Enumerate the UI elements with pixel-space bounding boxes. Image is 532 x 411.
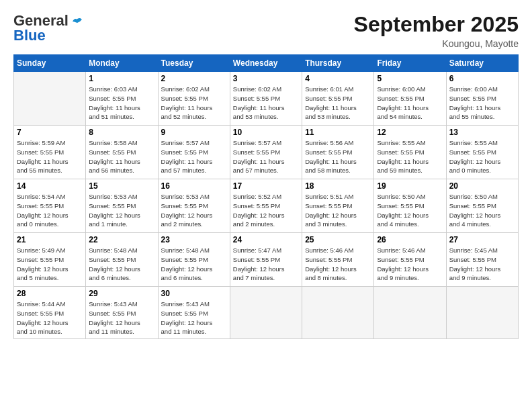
calendar-cell: 13Sunrise: 5:55 AMSunset: 5:55 PMDayligh…: [446, 126, 518, 179]
day-number: 13: [449, 128, 515, 137]
day-info: Sunrise: 5:59 AMSunset: 5:55 PMDaylight:…: [17, 138, 83, 175]
week-row-2: 7Sunrise: 5:59 AMSunset: 5:55 PMDaylight…: [14, 126, 519, 179]
th-monday: Monday: [86, 55, 158, 72]
th-friday: Friday: [374, 55, 446, 72]
day-info: Sunrise: 5:49 AMSunset: 5:55 PMDaylight:…: [17, 246, 83, 283]
calendar-cell: 25Sunrise: 5:46 AMSunset: 5:55 PMDayligh…: [302, 233, 374, 287]
day-info: Sunrise: 5:50 AMSunset: 5:55 PMDaylight:…: [377, 192, 443, 229]
day-info: Sunrise: 5:54 AMSunset: 5:55 PMDaylight:…: [17, 192, 83, 229]
day-number: 22: [89, 235, 154, 244]
calendar-cell: 14Sunrise: 5:54 AMSunset: 5:55 PMDayligh…: [14, 179, 86, 233]
calendar-cell: 22Sunrise: 5:48 AMSunset: 5:55 PMDayligh…: [86, 233, 158, 287]
day-number: 7: [17, 128, 83, 137]
day-number: 11: [305, 128, 371, 137]
logo: General Blue: [13, 12, 83, 44]
day-number: 24: [233, 235, 299, 244]
day-number: 4: [305, 74, 371, 83]
calendar-cell: 26Sunrise: 5:46 AMSunset: 5:55 PMDayligh…: [374, 233, 446, 287]
day-info: Sunrise: 5:47 AMSunset: 5:55 PMDaylight:…: [233, 246, 299, 283]
calendar-cell: 29Sunrise: 5:43 AMSunset: 5:55 PMDayligh…: [86, 287, 158, 339]
calendar-cell: 16Sunrise: 5:53 AMSunset: 5:55 PMDayligh…: [158, 179, 230, 233]
day-number: 29: [89, 289, 154, 298]
calendar-cell: 12Sunrise: 5:55 AMSunset: 5:55 PMDayligh…: [374, 126, 446, 179]
calendar: Sunday Monday Tuesday Wednesday Thursday…: [13, 54, 519, 339]
week-row-3: 14Sunrise: 5:54 AMSunset: 5:55 PMDayligh…: [14, 179, 519, 233]
day-info: Sunrise: 5:46 AMSunset: 5:55 PMDaylight:…: [377, 246, 443, 283]
day-number: 18: [305, 181, 371, 191]
day-number: 14: [17, 181, 83, 191]
day-info: Sunrise: 5:46 AMSunset: 5:55 PMDaylight:…: [305, 246, 371, 283]
day-number: 10: [233, 128, 299, 137]
day-info: Sunrise: 6:03 AMSunset: 5:55 PMDaylight:…: [89, 85, 154, 122]
week-row-1: 1Sunrise: 6:03 AMSunset: 5:55 PMDaylight…: [14, 72, 519, 126]
calendar-cell: 2Sunrise: 6:02 AMSunset: 5:55 PMDaylight…: [158, 72, 230, 126]
calendar-cell: 15Sunrise: 5:53 AMSunset: 5:55 PMDayligh…: [86, 179, 158, 233]
day-info: Sunrise: 6:02 AMSunset: 5:55 PMDaylight:…: [161, 85, 227, 122]
calendar-cell: 5Sunrise: 6:00 AMSunset: 5:55 PMDaylight…: [374, 72, 446, 126]
day-number: 15: [89, 181, 154, 191]
day-info: Sunrise: 5:58 AMSunset: 5:55 PMDaylight:…: [89, 138, 154, 175]
calendar-cell: 11Sunrise: 5:56 AMSunset: 5:55 PMDayligh…: [302, 126, 374, 179]
day-info: Sunrise: 5:48 AMSunset: 5:55 PMDaylight:…: [161, 246, 227, 283]
day-number: 19: [377, 181, 443, 191]
title-block: September 2025 Koungou, Mayotte: [354, 12, 519, 49]
day-number: 12: [377, 128, 443, 137]
day-number: 1: [89, 74, 154, 83]
day-info: Sunrise: 6:00 AMSunset: 5:55 PMDaylight:…: [377, 85, 443, 122]
calendar-cell: 23Sunrise: 5:48 AMSunset: 5:55 PMDayligh…: [158, 233, 230, 287]
day-number: 21: [17, 235, 83, 244]
day-number: 25: [305, 235, 371, 244]
calendar-cell: 6Sunrise: 6:00 AMSunset: 5:55 PMDaylight…: [446, 72, 518, 126]
th-wednesday: Wednesday: [230, 55, 302, 72]
day-number: 6: [449, 74, 515, 83]
calendar-cell: 24Sunrise: 5:47 AMSunset: 5:55 PMDayligh…: [230, 233, 302, 287]
day-number: 27: [449, 235, 515, 244]
day-number: 8: [89, 128, 154, 137]
calendar-cell: [446, 287, 518, 339]
day-info: Sunrise: 5:56 AMSunset: 5:55 PMDaylight:…: [305, 138, 371, 175]
day-number: 2: [161, 74, 227, 83]
day-info: Sunrise: 5:50 AMSunset: 5:55 PMDaylight:…: [449, 192, 515, 229]
th-thursday: Thursday: [302, 55, 374, 72]
calendar-cell: 8Sunrise: 5:58 AMSunset: 5:55 PMDaylight…: [86, 126, 158, 179]
day-number: 20: [449, 181, 515, 191]
calendar-cell: [14, 72, 86, 126]
th-tuesday: Tuesday: [158, 55, 230, 72]
logo-bird-icon: [71, 16, 83, 26]
th-sunday: Sunday: [14, 55, 86, 72]
calendar-cell: 1Sunrise: 6:03 AMSunset: 5:55 PMDaylight…: [86, 72, 158, 126]
day-number: 26: [377, 235, 443, 244]
week-row-4: 21Sunrise: 5:49 AMSunset: 5:55 PMDayligh…: [14, 233, 519, 287]
day-info: Sunrise: 5:57 AMSunset: 5:55 PMDaylight:…: [161, 138, 227, 175]
day-info: Sunrise: 5:45 AMSunset: 5:55 PMDaylight:…: [449, 246, 515, 283]
day-number: 17: [233, 181, 299, 191]
day-info: Sunrise: 5:51 AMSunset: 5:55 PMDaylight:…: [305, 192, 371, 229]
calendar-cell: 21Sunrise: 5:49 AMSunset: 5:55 PMDayligh…: [14, 233, 86, 287]
day-info: Sunrise: 5:44 AMSunset: 5:55 PMDaylight:…: [17, 300, 83, 336]
day-info: Sunrise: 5:48 AMSunset: 5:55 PMDaylight:…: [89, 246, 154, 283]
calendar-cell: 7Sunrise: 5:59 AMSunset: 5:55 PMDaylight…: [14, 126, 86, 179]
day-info: Sunrise: 6:01 AMSunset: 5:55 PMDaylight:…: [305, 85, 371, 122]
day-number: 16: [161, 181, 227, 191]
calendar-cell: 18Sunrise: 5:51 AMSunset: 5:55 PMDayligh…: [302, 179, 374, 233]
day-info: Sunrise: 5:43 AMSunset: 5:55 PMDaylight:…: [161, 300, 227, 336]
day-number: 5: [377, 74, 443, 83]
calendar-cell: 27Sunrise: 5:45 AMSunset: 5:55 PMDayligh…: [446, 233, 518, 287]
day-number: 3: [233, 74, 299, 83]
header: General Blue September 2025 Koungou, May…: [13, 12, 519, 49]
calendar-cell: 19Sunrise: 5:50 AMSunset: 5:55 PMDayligh…: [374, 179, 446, 233]
calendar-cell: 10Sunrise: 5:57 AMSunset: 5:55 PMDayligh…: [230, 126, 302, 179]
week-row-5: 28Sunrise: 5:44 AMSunset: 5:55 PMDayligh…: [14, 287, 519, 339]
calendar-cell: 4Sunrise: 6:01 AMSunset: 5:55 PMDaylight…: [302, 72, 374, 126]
day-info: Sunrise: 5:52 AMSunset: 5:55 PMDaylight:…: [233, 192, 299, 229]
logo-blue: Blue: [13, 27, 46, 44]
day-info: Sunrise: 5:43 AMSunset: 5:55 PMDaylight:…: [89, 300, 154, 336]
location: Koungou, Mayotte: [354, 38, 519, 49]
day-number: 28: [17, 289, 83, 298]
calendar-cell: [302, 287, 374, 339]
day-number: 30: [161, 289, 227, 298]
day-info: Sunrise: 6:00 AMSunset: 5:55 PMDaylight:…: [449, 85, 515, 122]
th-saturday: Saturday: [446, 55, 518, 72]
day-info: Sunrise: 6:02 AMSunset: 5:55 PMDaylight:…: [233, 85, 299, 122]
calendar-cell: 3Sunrise: 6:02 AMSunset: 5:55 PMDaylight…: [230, 72, 302, 126]
